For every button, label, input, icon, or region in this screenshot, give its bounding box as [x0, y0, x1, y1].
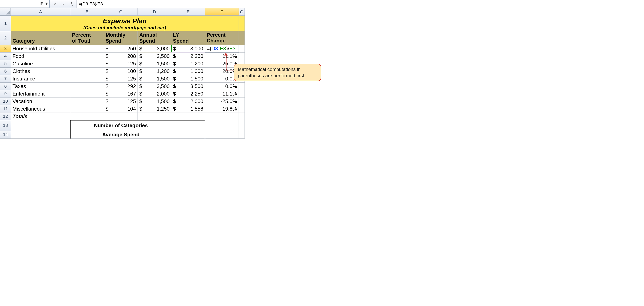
cell[interactable]: $100 — [104, 68, 138, 75]
cell[interactable] — [70, 52, 104, 60]
column-header-A[interactable]: A — [11, 8, 70, 16]
category-cell[interactable]: Miscellaneous — [11, 105, 70, 112]
category-cell[interactable]: Clothes — [11, 68, 70, 75]
column-header-B[interactable]: B — [70, 8, 104, 16]
cell[interactable] — [70, 90, 104, 98]
cell[interactable] — [70, 112, 104, 120]
cell[interactable]: $1,250 — [138, 105, 172, 112]
category-cell[interactable]: Taxes — [11, 82, 70, 90]
row-header-12[interactable]: 12 — [0, 112, 11, 120]
cell[interactable] — [138, 112, 172, 120]
cell[interactable]: Expense Plan(Does not include mortgage a… — [11, 16, 239, 31]
totals-label[interactable]: Totals — [11, 112, 70, 120]
row-header-7[interactable]: 7 — [0, 75, 11, 82]
cell[interactable] — [239, 105, 245, 112]
formula-input[interactable]: =(D3-E3)/E3 — [77, 0, 644, 8]
cell[interactable] — [70, 98, 104, 105]
column-header-E[interactable]: E — [172, 8, 205, 16]
cell[interactable] — [70, 105, 104, 112]
cell[interactable] — [205, 131, 239, 138]
column-header-C[interactable]: C — [104, 8, 138, 16]
cell[interactable] — [205, 112, 239, 120]
cell[interactable]: $2,500 — [138, 52, 172, 60]
cell[interactable]: $3,500 — [138, 82, 172, 90]
row-header-13[interactable]: 13 — [0, 120, 11, 131]
cell[interactable] — [104, 112, 138, 120]
cell[interactable]: $2,250 — [172, 90, 205, 98]
category-cell[interactable]: Food — [11, 52, 70, 60]
name-box[interactable]: IF ▼ — [0, 0, 50, 8]
cell[interactable] — [239, 31, 245, 45]
cell[interactable] — [239, 16, 245, 31]
enter-button[interactable]: ✓ — [61, 2, 66, 6]
cell[interactable] — [239, 45, 245, 52]
cell[interactable]: 0.0% — [205, 82, 239, 90]
cell[interactable] — [239, 98, 245, 105]
row-header-4[interactable]: 4 — [0, 52, 11, 60]
row-header-2[interactable]: 2 — [0, 31, 11, 45]
cell[interactable]: -11.1% — [205, 90, 239, 98]
cell[interactable]: $1,558 — [172, 105, 205, 112]
cell[interactable]: $125 — [104, 98, 138, 105]
cell[interactable]: $1,500 — [138, 75, 172, 82]
cell[interactable]: $2,000 — [172, 98, 205, 105]
cell[interactable] — [239, 131, 245, 138]
cell[interactable]: $1,500 — [138, 60, 172, 68]
category-cell[interactable]: Entertainment — [11, 90, 70, 98]
cell[interactable]: $3,000 — [172, 45, 205, 52]
cell[interactable]: -19.8% — [205, 105, 239, 112]
cell[interactable]: $2,250 — [172, 52, 205, 60]
cell[interactable] — [70, 68, 104, 75]
cell[interactable]: $125 — [104, 60, 138, 68]
row-header-5[interactable]: 5 — [0, 60, 11, 68]
cell[interactable] — [70, 75, 104, 82]
cell[interactable]: $292 — [104, 82, 138, 90]
cell[interactable]: $1,200 — [138, 68, 172, 75]
row-header-6[interactable]: 6 — [0, 68, 11, 75]
cell[interactable]: 11.1% — [205, 52, 239, 60]
row-header-10[interactable]: 10 — [0, 98, 11, 105]
cell[interactable]: 25.0% — [205, 60, 239, 68]
cell[interactable]: $125 — [104, 75, 138, 82]
row-header-3[interactable]: 3 — [0, 45, 11, 52]
cell[interactable]: $1,200 — [172, 60, 205, 68]
select-all-corner[interactable] — [0, 8, 11, 16]
cell[interactable] — [11, 131, 70, 138]
cell[interactable]: $1,500 — [138, 98, 172, 105]
name-box-dropdown-icon[interactable]: ▼ — [44, 1, 48, 6]
cell[interactable]: $1,000 — [172, 68, 205, 75]
cancel-button[interactable]: ✕ — [53, 2, 58, 6]
cell[interactable] — [239, 82, 245, 90]
cell[interactable] — [172, 120, 205, 131]
cell[interactable]: AnnualSpend — [138, 31, 172, 45]
insert-function-button[interactable]: fx — [69, 2, 74, 6]
cell[interactable] — [172, 112, 205, 120]
category-cell[interactable]: Gasoline — [11, 60, 70, 68]
row-header-14[interactable]: 14 — [0, 131, 11, 138]
cell[interactable]: $250 — [104, 45, 138, 52]
section-average-spend[interactable]: Average Spend — [70, 131, 172, 138]
cell[interactable]: PercentChange — [205, 31, 239, 45]
cell[interactable] — [205, 120, 239, 131]
column-header-F[interactable]: F — [205, 8, 239, 16]
row-header-11[interactable]: 11 — [0, 105, 11, 112]
cell[interactable]: $3,000 — [138, 45, 172, 52]
cell[interactable] — [172, 131, 205, 138]
column-header-D[interactable]: D — [138, 8, 172, 16]
grid[interactable]: ABCDEFG1Expense Plan(Does not include mo… — [0, 8, 245, 138]
cell[interactable]: $167 — [104, 90, 138, 98]
cell[interactable]: Percentof Total — [70, 31, 104, 45]
cell[interactable]: $3,500 — [172, 82, 205, 90]
category-cell[interactable]: Insurance — [11, 75, 70, 82]
cell[interactable]: $2,000 — [138, 90, 172, 98]
column-header-G[interactable]: G — [239, 8, 245, 16]
row-header-8[interactable]: 8 — [0, 82, 11, 90]
cell[interactable]: Category — [11, 31, 70, 45]
cell[interactable]: $208 — [104, 52, 138, 60]
row-header-9[interactable]: 9 — [0, 90, 11, 98]
cell[interactable]: $104 — [104, 105, 138, 112]
cell[interactable]: $1,500 — [172, 75, 205, 82]
category-cell[interactable]: Vacation — [11, 98, 70, 105]
cell[interactable]: LYSpend — [172, 31, 205, 45]
row-header-1[interactable]: 1 — [0, 16, 11, 31]
